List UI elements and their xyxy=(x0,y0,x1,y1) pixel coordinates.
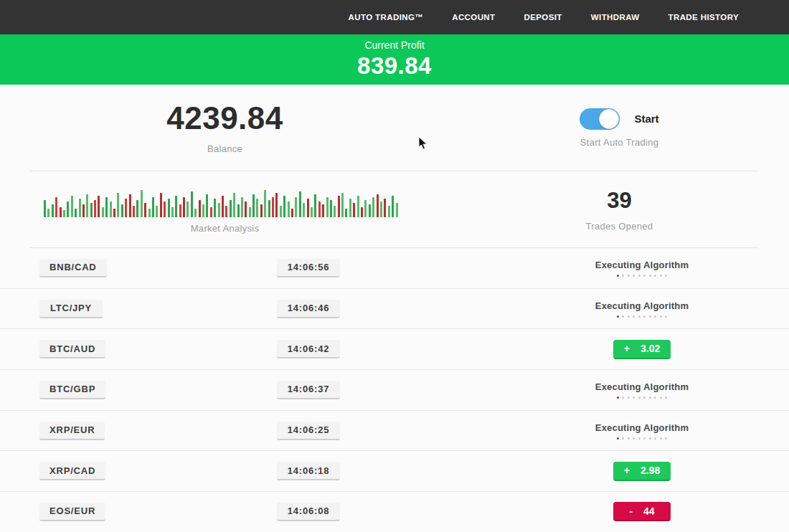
progress-dot xyxy=(665,275,667,277)
market-bar-red xyxy=(94,200,96,217)
market-bar-green xyxy=(372,197,374,217)
pair-cell: LTC/JPY xyxy=(0,300,251,318)
market-bar-green xyxy=(75,209,77,217)
market-bar-green xyxy=(194,209,197,217)
market-bar-green xyxy=(214,199,216,217)
market-bar-green xyxy=(264,190,266,217)
pair-badge: EOS/EUR xyxy=(39,503,105,521)
progress-dot xyxy=(638,437,641,440)
pair-badge: BTC/GBP xyxy=(39,381,105,399)
progress-dot xyxy=(633,275,635,277)
market-bar-red xyxy=(353,203,355,217)
progress-dot xyxy=(633,315,635,318)
progress-dot-active xyxy=(617,437,619,440)
balance-value: 4239.84 xyxy=(166,101,283,136)
result-sign: + xyxy=(624,465,630,476)
progress-dot xyxy=(649,275,651,277)
market-bar-green xyxy=(218,203,220,217)
market-bar-red xyxy=(82,204,85,217)
auto-trading-toggle[interactable] xyxy=(580,108,620,130)
market-bar-red xyxy=(272,197,274,217)
progress-dot xyxy=(638,275,641,277)
progress-dot xyxy=(665,437,667,440)
market-analysis-chart xyxy=(44,186,406,217)
market-analysis-block: Market Analysis xyxy=(0,171,450,247)
balance-label: Balance xyxy=(207,143,242,154)
nav-item-deposit[interactable]: DEPOSIT xyxy=(524,13,562,22)
market-bar-green xyxy=(396,203,398,217)
status-cell: Executing Algorithm xyxy=(538,300,746,318)
market-bar-green xyxy=(102,207,104,217)
market-bar-green xyxy=(303,203,305,217)
market-bar-green xyxy=(392,196,394,217)
market-bar-green xyxy=(44,200,46,217)
market-bar-green xyxy=(283,196,285,217)
market-bar-green xyxy=(280,206,282,217)
time-badge: 14:06:37 xyxy=(277,381,340,399)
market-bar-green xyxy=(63,210,65,217)
pair-badge: XRP/EUR xyxy=(39,422,105,440)
progress-dot xyxy=(654,396,656,399)
market-bar-red xyxy=(129,194,131,217)
nav-item-withdraw[interactable]: WITHDRAW xyxy=(591,13,640,22)
market-bar-red xyxy=(222,196,224,217)
progress-dot xyxy=(622,437,624,440)
market-bar-red xyxy=(179,204,181,217)
market-bar-green xyxy=(121,204,123,217)
progress-dot-active xyxy=(617,275,619,277)
progress-dot-active xyxy=(617,315,619,318)
progress-dots-icon xyxy=(617,396,668,399)
progress-dot-active xyxy=(617,396,619,399)
progress-dot xyxy=(649,396,651,399)
market-bar-green xyxy=(249,207,251,217)
progress-dot xyxy=(654,315,656,318)
market-analysis-label: Market Analysis xyxy=(191,223,260,234)
trade-row: XRP/CAD14:06:18+2.98 xyxy=(0,451,789,492)
trade-row: LTC/JPY14:06:46Executing Algorithm xyxy=(0,289,789,330)
market-bar-green xyxy=(345,209,347,217)
current-profit-value: 839.84 xyxy=(357,52,432,80)
market-bar-red xyxy=(133,206,135,217)
nav-item-auto-trading[interactable]: AUTO TRADING™ xyxy=(349,13,424,22)
market-bar-green xyxy=(136,200,138,217)
market-bar-green xyxy=(252,194,255,217)
time-cell: 14:06:56 xyxy=(251,259,366,277)
trade-row: BTC/AUD14:06:42+3.02 xyxy=(0,329,789,370)
time-cell: 14:06:08 xyxy=(251,503,366,521)
market-bar-green xyxy=(86,194,88,217)
market-bar-green xyxy=(268,200,270,217)
progress-dot xyxy=(628,437,630,440)
market-bar-green xyxy=(326,197,329,217)
status-cell: Executing Algorithm xyxy=(538,422,746,440)
market-bar-green xyxy=(256,199,258,217)
result-value: 44 xyxy=(643,505,655,517)
time-cell: 14:06:37 xyxy=(251,381,366,399)
nav-item-account[interactable]: ACCOUNT xyxy=(452,13,495,22)
market-bar-red xyxy=(245,201,247,217)
market-bar-green xyxy=(341,193,344,217)
market-bar-red xyxy=(60,207,62,217)
nav-item-trade-history[interactable]: TRADE HISTORY xyxy=(668,13,740,22)
progress-dot xyxy=(633,437,635,440)
market-bar-red xyxy=(55,197,57,217)
time-cell: 14:06:18 xyxy=(251,462,366,480)
trades-opened-block: 39 Trades Opened xyxy=(450,171,789,247)
market-bar-red xyxy=(164,201,166,217)
market-bar-green xyxy=(369,204,371,217)
progress-dots-icon xyxy=(617,437,668,440)
market-bar-green xyxy=(237,204,240,217)
progress-dot xyxy=(665,396,667,399)
market-bar-green xyxy=(152,197,154,217)
market-bar-red xyxy=(377,194,379,217)
result-value: 2.98 xyxy=(641,465,660,476)
market-bar-green xyxy=(288,201,290,217)
market-bar-green xyxy=(388,206,390,217)
executing-algorithm-label: Executing Algorithm xyxy=(595,422,689,433)
status-cell: +2.98 xyxy=(538,462,746,481)
market-bar-green xyxy=(110,201,112,217)
progress-dot xyxy=(660,275,662,277)
executing-algorithm-label: Executing Algorithm xyxy=(595,260,689,270)
toggle-knob-icon xyxy=(599,109,619,129)
market-bar-red xyxy=(318,201,321,217)
executing-algorithm-label: Executing Algorithm xyxy=(595,300,689,311)
